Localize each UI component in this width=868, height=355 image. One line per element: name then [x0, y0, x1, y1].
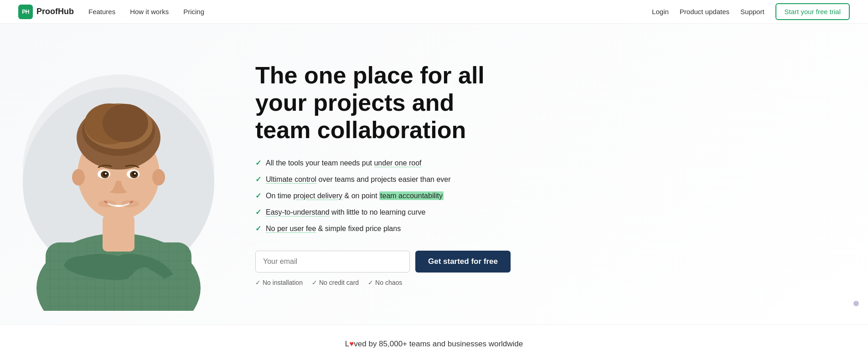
email-input[interactable] [255, 251, 410, 273]
nav-pricing[interactable]: Pricing [183, 8, 204, 15]
highlight-4: Easy-to-understand [266, 208, 330, 216]
svg-point-10 [103, 104, 148, 142]
highlight-2: Ultimate control [266, 175, 316, 183]
micro-no-credit-card: ✓ No credit card [312, 279, 359, 286]
heart-icon: ♥ [349, 340, 354, 348]
nav-right: Login Product updates Support Start your… [652, 3, 850, 20]
highlight-5: No per user fee [266, 225, 316, 232]
nav-login[interactable]: Login [652, 8, 669, 15]
svg-point-12 [152, 169, 165, 185]
logo-link[interactable]: PH ProofHub [18, 5, 74, 19]
micro-check-icon-3: ✓ [368, 279, 373, 286]
micro-no-chaos: ✓ No chaos [368, 279, 402, 286]
svg-point-20 [134, 173, 136, 175]
hero-content: The one place for all your projects and … [237, 35, 841, 313]
nav-trial-button[interactable]: Start your free trial [775, 3, 850, 20]
highlight-3a: project delivery [293, 192, 342, 200]
svg-point-11 [72, 169, 85, 185]
micro-checks: ✓ No installation ✓ No credit card ✓ No … [255, 279, 832, 286]
hero-title: The one place for all your projects and … [255, 62, 511, 144]
nav-product-updates[interactable]: Product updates [680, 8, 729, 15]
check-icon-3: ✓ [255, 190, 261, 201]
feature-item-3: ✓ On time project delivery & on point te… [255, 190, 832, 201]
highlight-1: under one roof [374, 159, 421, 167]
check-icon-1: ✓ [255, 158, 261, 169]
logo-text: ProofHub [36, 7, 74, 16]
decorative-dot [853, 301, 859, 306]
feature-item-1: ✓ All the tools your team needs put unde… [255, 158, 832, 169]
feature-list: ✓ All the tools your team needs put unde… [255, 158, 832, 234]
hero-image-area [0, 37, 237, 311]
svg-rect-4 [103, 215, 134, 252]
svg-point-19 [105, 173, 107, 175]
nav-features[interactable]: Features [88, 8, 115, 15]
feature-item-4: ✓ Easy-to-understand with little to no l… [255, 207, 832, 218]
check-icon-4: ✓ [255, 207, 261, 218]
svg-point-21 [98, 200, 116, 207]
feature-item-2: ✓ Ultimate control over teams and projec… [255, 174, 832, 185]
nav-how-it-works[interactable]: How it works [130, 8, 169, 15]
logo-icon: PH [18, 5, 33, 19]
micro-check-icon-2: ✓ [312, 279, 317, 286]
check-icon-2: ✓ [255, 174, 261, 185]
highlight-3b: team accountability [379, 191, 444, 200]
email-row: Get started for free [255, 251, 511, 273]
check-icon-5: ✓ [255, 223, 261, 234]
nav-left: PH ProofHub Features How it works Pricin… [18, 5, 204, 19]
svg-point-22 [121, 200, 139, 207]
feature-item-5: ✓ No per user fee & simple fixed price p… [255, 223, 832, 234]
loved-text: L♥ved by 85,000+ teams and businesses wo… [18, 340, 850, 349]
get-started-button[interactable]: Get started for free [415, 251, 511, 273]
loved-section: L♥ved by 85,000+ teams and businesses wo… [0, 324, 868, 355]
hero-section: The one place for all your projects and … [0, 24, 868, 324]
nav-support[interactable]: Support [740, 8, 765, 15]
micro-no-installation: ✓ No installation [255, 279, 303, 286]
hero-person-image [9, 46, 228, 311]
micro-check-icon-1: ✓ [255, 279, 261, 286]
navbar: PH ProofHub Features How it works Pricin… [0, 0, 868, 24]
